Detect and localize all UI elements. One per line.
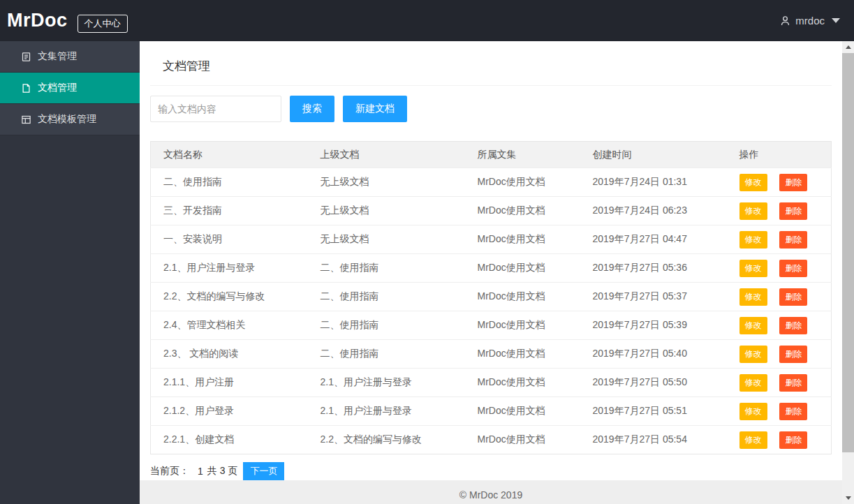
edit-button[interactable]: 修改 [739,431,767,449]
delete-button[interactable]: 删除 [779,403,807,420]
cell-actions: 修改 删除 [727,340,832,369]
cell-parent-doc: 2.1、用户注册与登录 [308,397,465,426]
edit-button[interactable]: 修改 [739,231,767,249]
table-row: 2.2、文档的编写与修改 二、使用指南 MrDoc使用文档 2019年7月27日… [151,283,832,311]
scroll-down-button[interactable] [842,492,854,504]
cell-parent-doc: 2.1、用户注册与登录 [308,369,465,397]
table-row: 三、开发指南 无上级文档 MrDoc使用文档 2019年7月24日 06:23 … [151,197,832,225]
footer: © MrDoc 2019 [140,480,842,504]
table-row: 2.4、管理文档相关 二、使用指南 MrDoc使用文档 2019年7月27日 0… [151,311,832,340]
documents-table: 文档名称 上级文档 所属文集 创建时间 操作 二、使用指南 无上级文档 MrDo… [150,141,832,454]
template-icon [21,114,31,125]
search-input[interactable] [150,96,281,122]
new-document-button[interactable]: 新建文档 [343,96,407,122]
edit-button[interactable]: 修改 [739,260,767,277]
total-pages-label: 共 3 页 [207,465,238,477]
sidebar-item-collections[interactable]: 文集管理 [0,41,140,73]
cell-collection: MrDoc使用文档 [465,426,580,454]
cell-parent-doc: 2.2、文档的编写与修改 [308,426,465,454]
edit-button[interactable]: 修改 [739,317,767,334]
cell-parent-doc: 无上级文档 [308,225,465,254]
edit-button[interactable]: 修改 [739,374,767,392]
next-page-button[interactable]: 下一页 [243,462,284,480]
delete-button[interactable]: 删除 [779,231,807,249]
edit-button[interactable]: 修改 [739,288,767,306]
table-row: 2.1.2、用户登录 2.1、用户注册与登录 MrDoc使用文档 2019年7月… [151,397,832,426]
pagination: 当前页： 1 共 3 页 下一页 [150,462,832,480]
cell-doc-name: 一、安装说明 [151,225,308,254]
delete-button[interactable]: 删除 [779,346,807,363]
cell-created: 2019年7月27日 04:47 [580,225,727,254]
cell-collection: MrDoc使用文档 [465,311,580,340]
edit-button[interactable]: 修改 [739,346,767,363]
cell-created: 2019年7月27日 05:36 [580,254,727,283]
table-row: 2.3、 文档的阅读 二、使用指南 MrDoc使用文档 2019年7月27日 0… [151,340,832,369]
current-page-number: 1 [198,466,203,477]
user-menu[interactable]: mrdoc [779,15,840,27]
table-row: 2.1.1、用户注册 2.1、用户注册与登录 MrDoc使用文档 2019年7月… [151,369,832,397]
cell-collection: MrDoc使用文档 [465,197,580,225]
cell-actions: 修改 删除 [727,225,832,254]
cell-collection: MrDoc使用文档 [465,254,580,283]
sidebar: 文集管理 文档管理 文档模板管理 [0,41,140,504]
document-icon [21,83,31,94]
delete-button[interactable]: 删除 [779,260,807,277]
user-icon [779,15,791,27]
header-collection: 所属文集 [465,142,580,168]
cell-parent-doc: 二、使用指南 [308,340,465,369]
cell-doc-name: 2.2、文档的编写与修改 [151,283,308,311]
cell-doc-name: 2.1.2、用户登录 [151,397,308,426]
main-content: 文档管理 搜索 新建文档 文档名称 上级文档 所属文集 创建时间 操作 [140,41,842,504]
sidebar-item-label: 文档模板管理 [38,113,96,126]
delete-button[interactable]: 删除 [779,317,807,334]
cell-parent-doc: 无上级文档 [308,168,465,197]
chevron-down-icon [832,18,840,23]
cell-actions: 修改 删除 [727,168,832,197]
copyright-text: © MrDoc 2019 [459,489,522,501]
cell-created: 2019年7月27日 05:39 [580,311,727,340]
cell-created: 2019年7月27日 05:54 [580,426,727,454]
header-parent-doc: 上级文档 [308,142,465,168]
cell-actions: 修改 删除 [727,369,832,397]
delete-button[interactable]: 删除 [779,431,807,449]
sidebar-item-templates[interactable]: 文档模板管理 [0,104,140,135]
cell-doc-name: 2.2.1、创建文档 [151,426,308,454]
top-navbar: MrDoc 个人中心 mrdoc [0,0,854,41]
delete-button[interactable]: 删除 [779,202,807,220]
delete-button[interactable]: 删除 [779,288,807,306]
table-row: 一、安装说明 无上级文档 MrDoc使用文档 2019年7月27日 04:47 … [151,225,832,254]
vertical-scrollbar[interactable] [842,41,854,504]
edit-button[interactable]: 修改 [739,174,767,191]
table-body: 二、使用指南 无上级文档 MrDoc使用文档 2019年7月24日 01:31 … [151,168,832,454]
cell-collection: MrDoc使用文档 [465,340,580,369]
cell-doc-name: 2.1、用户注册与登录 [151,254,308,283]
edit-button[interactable]: 修改 [739,403,767,420]
personal-center-badge[interactable]: 个人中心 [78,15,128,33]
table-header-row: 文档名称 上级文档 所属文集 创建时间 操作 [151,142,832,168]
header-created: 创建时间 [580,142,727,168]
sidebar-item-documents[interactable]: 文档管理 [0,73,140,104]
cell-parent-doc: 二、使用指南 [308,254,465,283]
cell-created: 2019年7月24日 06:23 [580,197,727,225]
search-toolbar: 搜索 新建文档 [150,86,832,122]
cell-parent-doc: 二、使用指南 [308,283,465,311]
username-label: mrdoc [795,15,825,27]
delete-button[interactable]: 删除 [779,374,807,392]
header-doc-name: 文档名称 [151,142,308,168]
search-button[interactable]: 搜索 [290,96,334,122]
edit-button[interactable]: 修改 [739,202,767,220]
cell-doc-name: 二、使用指南 [151,168,308,197]
cell-actions: 修改 删除 [727,397,832,426]
cell-created: 2019年7月24日 01:31 [580,168,727,197]
cell-collection: MrDoc使用文档 [465,369,580,397]
scroll-up-button[interactable] [842,41,854,53]
cell-collection: MrDoc使用文档 [465,397,580,426]
cell-created: 2019年7月27日 05:40 [580,340,727,369]
table-row: 二、使用指南 无上级文档 MrDoc使用文档 2019年7月24日 01:31 … [151,168,832,197]
delete-button[interactable]: 删除 [779,174,807,191]
current-page-label: 当前页： [150,465,189,477]
scrollbar-thumb[interactable] [842,53,854,452]
cell-actions: 修改 删除 [727,197,832,225]
table-row: 2.2.1、创建文档 2.2、文档的编写与修改 MrDoc使用文档 2019年7… [151,426,832,454]
cell-actions: 修改 删除 [727,254,832,283]
